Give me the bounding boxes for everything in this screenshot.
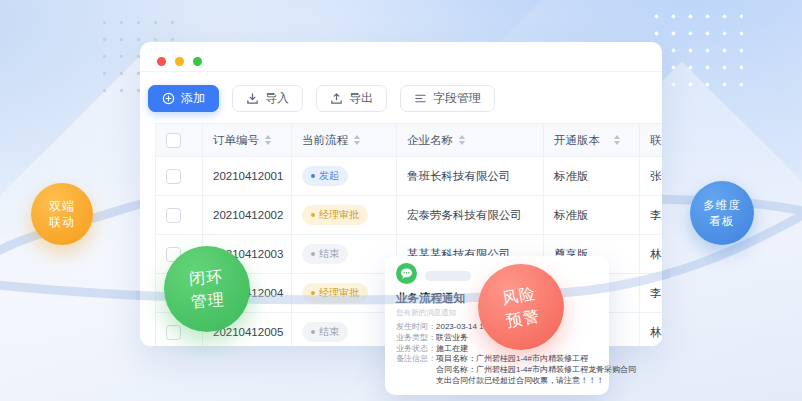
status-dot-icon [311,174,315,178]
stage-badge: 结束 [302,244,348,264]
import-button[interactable]: 导入 [232,85,303,112]
cell-contact: 林玲玲 [640,313,663,347]
sort-control[interactable] [459,135,465,145]
dot-grid-decoration [648,8,743,88]
cell-version: 标准版 [544,157,640,196]
list-icon [414,92,427,105]
field-management-label: 字段管理 [433,90,481,107]
import-button-label: 导入 [265,90,289,107]
cell-version: 标准版 [544,196,640,235]
sort-control[interactable] [354,135,360,145]
add-button[interactable]: 添加 [148,85,219,112]
status-dot-icon [311,291,315,295]
sort-control[interactable] [614,135,620,145]
row-checkbox[interactable] [166,208,181,223]
stage-badge: 经理审批 [302,205,368,225]
page: 添加 导入 导出 字段管理 订单编号 当前流程 企业名称 [0,0,802,401]
field-management-button[interactable]: 字段管理 [400,85,495,112]
column-header-stage: 当前流程 [302,133,348,148]
cell-order: 20210412002 [203,196,292,235]
cell-contact: 李思思 [640,196,663,235]
status-dot-icon [311,330,315,334]
status-dot-icon [311,213,315,217]
field-remark: 备注信息： 项目名称：广州碧桂园1-4#市内精装修工程 合同名称：广州碧桂园1-… [396,354,598,386]
cell-contact: 张国光 [640,157,663,196]
table-header-row: 订单编号 当前流程 企业名称 开通版本 联系人 [156,124,663,157]
export-icon [330,92,343,105]
import-icon [246,92,259,105]
cell-contact: 林玲玲 [640,235,663,274]
feature-badge-risk-alert: 风险预警 [478,264,564,350]
feature-badge-closed-loop: 闭环管理 [164,246,250,332]
row-checkbox[interactable] [166,169,181,184]
cell-contact: 李思思 [640,274,663,313]
column-header-contact: 联系人 [650,133,662,148]
cell-company: 鲁班长科技有限公司 [397,157,544,196]
column-header-order: 订单编号 [213,133,259,148]
cell-order: 20210412001 [203,157,292,196]
header-checkbox-cell [156,124,203,157]
plus-circle-icon [162,92,175,105]
table-row: 20210412001 发起 鲁班长科技有限公司 标准版 张国光 [156,157,663,196]
sort-control[interactable] [265,135,271,145]
maximize-window-button[interactable] [193,57,202,66]
field-status: 业务状态：施工在建 [396,344,598,355]
cell-company: 宏泰劳务科技有限公司 [397,196,544,235]
stage-badge: 结束 [302,322,348,342]
export-button-label: 导出 [349,90,373,107]
stage-badge: 发起 [302,166,348,186]
minimize-window-button[interactable] [175,57,184,66]
feature-badge-multi-board: 多维度看板 [690,181,754,245]
select-all-checkbox[interactable] [166,133,181,148]
add-button-label: 添加 [181,90,205,107]
feature-badge-dual-link: 双端联动 [31,183,93,245]
column-header-company: 企业名称 [407,133,453,148]
sender-name-placeholder [425,271,471,281]
toolbar: 添加 导入 导出 字段管理 [140,72,662,123]
row-checkbox[interactable] [166,325,181,340]
chat-message-icon [396,263,417,288]
close-window-button[interactable] [157,57,166,66]
column-header-version: 开通版本 [554,133,600,148]
stage-badge: 经理审批 [302,283,368,303]
table-row: 20210412002 经理审批 宏泰劳务科技有限公司 标准版 李思思 [156,196,663,235]
status-dot-icon [311,252,315,256]
window-titlebar [140,42,662,72]
export-button[interactable]: 导出 [316,85,387,112]
